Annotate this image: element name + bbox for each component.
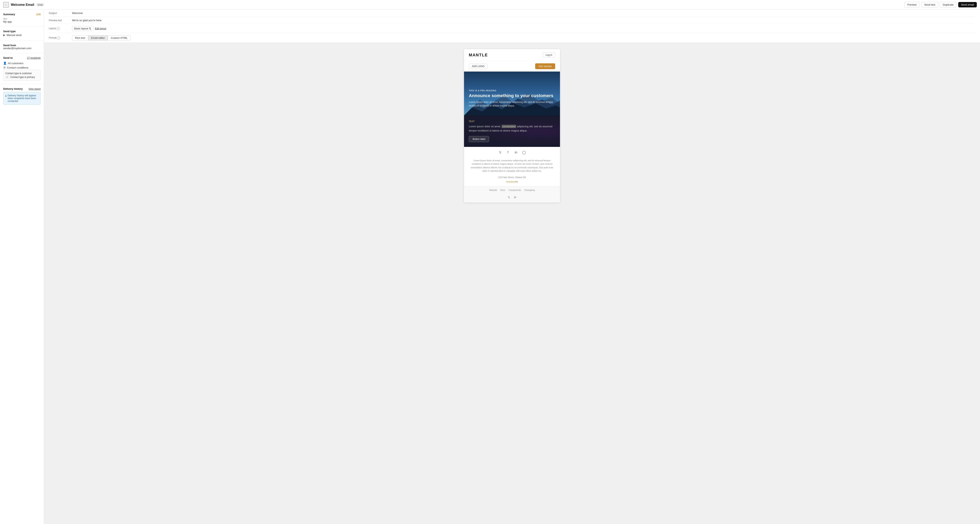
summary-section: Summary Edit App My app: [0, 13, 44, 27]
email-unsubscribe: Unsubscribe: [464, 179, 560, 186]
email-settings: Subject Welcome Preview text We're so gl…: [44, 10, 980, 43]
linkedin-icon[interactable]: in: [514, 150, 519, 155]
hero-body: Lorem ipsum dolor sit amet, consectetur …: [469, 100, 555, 108]
main-layout: Summary Edit App My app Send type ▶ Manu…: [0, 10, 980, 524]
tab-email-editor[interactable]: Email editor: [88, 35, 108, 41]
layout-dropdown-arrow: ⇅: [89, 27, 91, 30]
back-button[interactable]: ←: [3, 2, 9, 8]
summary-title: Summary: [3, 13, 15, 16]
layout-label: Layout i: [49, 27, 69, 30]
bottom-linkedin-icon[interactable]: in: [513, 195, 517, 199]
layout-info-icon[interactable]: i: [57, 27, 60, 30]
layout-dropdown[interactable]: Basic layout ⇅: [72, 26, 93, 31]
email-login-button[interactable]: Log in: [542, 52, 555, 57]
send-type-value: Manual send: [6, 33, 21, 37]
delivery-history-header: Delivery history View report: [3, 87, 41, 91]
app-value: My app: [3, 20, 41, 23]
email-bottom-social: 𝕏 in: [464, 194, 560, 202]
highlight-text: consectetur: [501, 125, 516, 128]
recipients-link[interactable]: 17 recipients: [27, 57, 41, 59]
tab-rich-text[interactable]: Rich text: [72, 35, 88, 41]
mantle-logo: MANTLE: [469, 53, 488, 57]
footer-components-link[interactable]: Components: [509, 189, 521, 191]
email-action-row: ADD LOGO Get started: [464, 61, 560, 71]
send-type-row: ▶ Manual send: [3, 33, 41, 37]
format-label: Format i: [49, 37, 69, 40]
draft-badge: Draft: [36, 3, 44, 6]
header-actions: Preview Send test Duplicate Send email: [904, 2, 977, 8]
email-footer-text: Lorem ipsum dolor sit amet, consectetur …: [464, 158, 560, 175]
footer-website-link[interactable]: Website: [489, 189, 497, 191]
send-to-header: Send to 17 recipients: [3, 56, 41, 59]
subject-row: Subject Welcome: [49, 10, 975, 17]
preview-text-row: Preview text We're so glad you're here.: [49, 17, 975, 24]
customers-icon: 👤: [3, 62, 6, 65]
email-preview: MANTLE Log in ADD LOGO Get started: [464, 49, 560, 202]
condition-or-row: or Contact type is primary: [5, 75, 38, 79]
layout-row: Layout i Basic layout ⇅ Edit layout: [49, 24, 975, 33]
app-label: App: [3, 17, 41, 20]
email-hero: THIS IS A PRE-HEADING Announce something…: [464, 71, 560, 116]
edit-layout-link[interactable]: Edit layout: [95, 27, 106, 30]
sidebar: Summary Edit App My app Send type ▶ Manu…: [0, 10, 44, 524]
preview-text-label: Preview text: [49, 19, 69, 22]
twitter-icon[interactable]: 𝕏: [498, 150, 503, 155]
send-test-button[interactable]: Send test: [921, 2, 938, 8]
delivery-history-title: Delivery history: [3, 87, 23, 91]
add-logo-button[interactable]: ADD LOGO: [469, 64, 487, 69]
footer-changelog-link[interactable]: Changelog: [524, 189, 535, 191]
unsubscribe-link[interactable]: Unsubscribe: [506, 181, 518, 183]
delivery-history-info: ℹ Delivery history will appear when reci…: [3, 92, 41, 105]
send-to-title: Send to: [3, 56, 13, 59]
get-started-button[interactable]: Get started: [535, 64, 555, 69]
hero-pre-heading: THIS IS A PRE-HEADING: [469, 89, 555, 92]
all-customers-row: 👤 All customers: [3, 61, 41, 65]
condition-or-label: or: [5, 76, 9, 79]
footer-docs-link[interactable]: Docs: [500, 189, 505, 191]
format-info-icon[interactable]: i: [57, 37, 60, 40]
format-row: Format i Rich text Email editor Custom H…: [49, 33, 975, 43]
hero-heading: Announce something to your customers: [469, 93, 555, 99]
send-from-title: Send from: [3, 44, 41, 47]
hero-text: THIS IS A PRE-HEADING Announce something…: [469, 89, 555, 108]
dark-button[interactable]: Button label: [469, 136, 489, 142]
contact-conditions-label: Contact conditions: [7, 66, 29, 69]
view-report-link[interactable]: View report: [29, 87, 41, 91]
duplicate-button[interactable]: Duplicate: [940, 2, 957, 8]
send-to-section: Send to 17 recipients 👤 All customers ⚙ …: [0, 56, 44, 84]
condition-1-text: Contact type is customer: [5, 72, 32, 75]
preview-button[interactable]: Preview: [904, 2, 920, 8]
email-dark-section: TEXT Lorem ipsum dolor sit amet, consect…: [464, 116, 560, 147]
bottom-twitter-icon[interactable]: 𝕏: [507, 195, 511, 199]
page-title: Welcome Email: [11, 3, 34, 6]
condition-row-1: Contact type is customer: [5, 71, 38, 75]
send-from-value: sender@mydomain.com: [3, 47, 41, 50]
subject-value: Welcome: [72, 11, 83, 14]
summary-edit-link[interactable]: Edit: [37, 13, 41, 16]
header-left: ← Welcome Email Draft: [3, 2, 44, 8]
conditions-box: Contact type is customer or Contact type…: [3, 70, 41, 81]
send-type-title: Send type: [3, 30, 41, 33]
conditions-icon: ⚙: [3, 66, 6, 69]
delivery-history-section: Delivery history View report ℹ Delivery …: [0, 87, 44, 108]
facebook-icon[interactable]: f: [506, 150, 511, 155]
email-address: 123 Fake Street, Ottawa ON: [464, 175, 560, 179]
email-social-row: 𝕏 f in ◯: [464, 147, 560, 158]
all-customers-label: All customers: [8, 62, 23, 65]
send-type-section: Send type ▶ Manual send: [0, 30, 44, 41]
email-footer-links: Website Docs Components Changelog: [464, 186, 560, 194]
send-email-button[interactable]: Send email: [958, 2, 977, 7]
layout-dropdown-value: Basic layout: [74, 27, 88, 30]
content-area: Subject Welcome Preview text We're so gl…: [44, 10, 980, 524]
email-preview-area: MANTLE Log in ADD LOGO Get started: [44, 43, 980, 209]
condition-2-text: Contact type is primary: [10, 76, 35, 79]
email-top-bar: MANTLE Log in: [464, 49, 560, 61]
manual-send-icon: ▶: [3, 33, 5, 37]
instagram-icon[interactable]: ◯: [522, 150, 527, 155]
preview-text-value: We're so glad you're here.: [72, 19, 102, 22]
tab-custom-html[interactable]: Custom HTML: [108, 35, 130, 41]
format-tabs: Rich text Email editor Custom HTML: [72, 35, 130, 41]
dark-section-body: Lorem ipsum dolor sit amet, consectetur …: [469, 124, 555, 133]
delivery-history-text: Delivery history will appear when recipi…: [8, 94, 38, 103]
summary-header: Summary Edit: [3, 13, 41, 16]
